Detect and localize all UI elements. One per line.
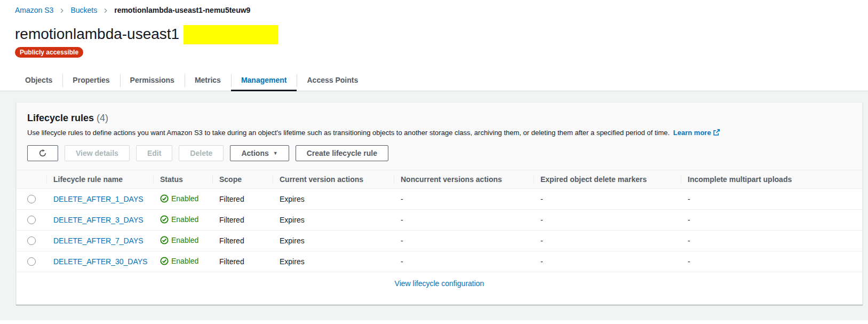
rule-name-link[interactable]: DELETE_AFTER_3_DAYS [53,216,144,224]
publicly-accessible-badge: Publicly accessible [15,47,83,58]
tab-permissions[interactable]: Permissions [120,70,185,91]
panel-title-text: Lifecycle rules [27,113,94,123]
expired-object-delete-markers-cell: - [533,236,681,245]
status-badge: Enabled [160,194,198,203]
incomplete-multipart-uploads-cell: - [681,236,862,245]
table-footer: View lifecycle configuration [17,272,862,304]
row-radio-button[interactable] [27,236,36,245]
column-header-incomplete-multipart-uploads: Incomplete multipart uploads [681,175,862,184]
row-radio-button[interactable] [27,216,36,224]
expired-object-delete-markers-cell: - [533,216,681,224]
check-circle-icon [160,194,169,203]
noncurrent-versions-actions-cell: - [394,236,533,245]
tab-properties[interactable]: Properties [62,70,120,91]
table-row: DELETE_AFTER_30_DAYS Enabled Filtered Ex… [17,251,862,272]
noncurrent-versions-actions-cell: - [394,257,533,266]
rule-name-link[interactable]: DELETE_AFTER_1_DAYS [53,195,144,203]
refresh-icon [38,149,47,157]
page-title: remotionlambda-useast1 [15,24,179,44]
view-details-button[interactable]: View details [65,145,130,161]
status-text: Enabled [171,194,198,203]
column-header-rule-name: Lifecycle rule name [46,175,153,184]
bucket-tabs: Objects Properties Permissions Metrics M… [0,70,868,91]
panel-description-text: Use lifecycle rules to define actions yo… [27,129,670,137]
incomplete-multipart-uploads-cell: - [681,257,862,266]
panel-count: (4) [97,113,108,123]
tab-content: Lifecycle rules(4) Use lifecycle rules t… [0,91,868,320]
tab-metrics[interactable]: Metrics [185,70,231,91]
external-link-icon [713,129,720,135]
redacted-highlight [184,25,278,44]
column-header-current-version-actions: Current version actions [273,175,394,184]
panel-description: Use lifecycle rules to define actions yo… [27,128,851,137]
tab-objects[interactable]: Objects [15,70,62,91]
chevron-right-icon [59,8,65,13]
current-version-actions-cell: Expires [273,195,394,203]
breadcrumb-buckets[interactable]: Buckets [70,5,97,15]
check-circle-icon [160,257,169,265]
incomplete-multipart-uploads-cell: - [681,216,862,224]
scope-cell: Filtered [212,216,273,224]
scope-cell: Filtered [212,257,273,266]
row-radio-button[interactable] [27,257,36,266]
table-row: DELETE_AFTER_7_DAYS Enabled Filtered Exp… [17,231,862,251]
status-text: Enabled [171,236,198,244]
view-lifecycle-configuration-link[interactable]: View lifecycle configuration [395,279,484,288]
scope-cell: Filtered [212,195,273,203]
table-header: Lifecycle rule name Status Scope Current… [17,170,862,189]
column-header-status: Status [153,175,212,184]
toolbar: View details Edit Delete Actions ▼ Creat… [27,145,851,161]
status-text: Enabled [171,257,198,265]
create-lifecycle-rule-button[interactable]: Create lifecycle rule [296,145,388,161]
row-radio-button[interactable] [27,195,36,203]
breadcrumb-current-bucket: remotionlambda-useast1-nemu5teuw9 [114,5,250,15]
tab-access-points[interactable]: Access Points [297,70,368,91]
check-circle-icon [160,215,169,224]
noncurrent-versions-actions-cell: - [394,195,533,203]
table-row: DELETE_AFTER_1_DAYS Enabled Filtered Exp… [17,189,862,210]
expired-object-delete-markers-cell: - [533,257,681,266]
page-header: Amazon S3 Buckets remotionlambda-useast1… [0,0,868,91]
status-text: Enabled [171,215,198,224]
table-row: DELETE_AFTER_3_DAYS Enabled Filtered Exp… [17,210,862,231]
breadcrumb-amazon-s3[interactable]: Amazon S3 [15,5,53,15]
lifecycle-rules-panel: Lifecycle rules(4) Use lifecycle rules t… [16,102,863,305]
status-badge: Enabled [160,215,198,224]
column-header-noncurrent-versions-actions: Noncurrent versions actions [394,175,533,184]
panel-header: Lifecycle rules(4) Use lifecycle rules t… [17,102,862,170]
status-badge: Enabled [160,236,198,244]
incomplete-multipart-uploads-cell: - [681,195,862,203]
refresh-button[interactable] [27,145,58,161]
check-circle-icon [160,236,169,244]
actions-dropdown-button[interactable]: Actions ▼ [230,145,289,161]
tab-management[interactable]: Management [231,70,297,91]
rule-name-link[interactable]: DELETE_AFTER_7_DAYS [53,236,144,245]
expired-object-delete-markers-cell: - [533,195,681,203]
column-header-scope: Scope [212,175,273,184]
status-badge: Enabled [160,257,198,265]
delete-button[interactable]: Delete [179,145,224,161]
learn-more-link[interactable]: Learn more [673,129,711,137]
edit-button[interactable]: Edit [136,145,172,161]
rule-name-link[interactable]: DELETE_AFTER_30_DAYS [53,257,147,266]
actions-label: Actions [241,149,268,157]
caret-down-icon: ▼ [273,151,278,156]
current-version-actions-cell: Expires [273,236,394,245]
chevron-right-icon [103,8,108,13]
column-header-expired-object-delete-markers: Expired object delete markers [533,175,681,184]
current-version-actions-cell: Expires [273,216,394,224]
noncurrent-versions-actions-cell: - [394,216,533,224]
scope-cell: Filtered [212,236,273,245]
current-version-actions-cell: Expires [273,257,394,266]
panel-title: Lifecycle rules(4) [27,112,851,124]
breadcrumb: Amazon S3 Buckets remotionlambda-useast1… [0,0,868,15]
